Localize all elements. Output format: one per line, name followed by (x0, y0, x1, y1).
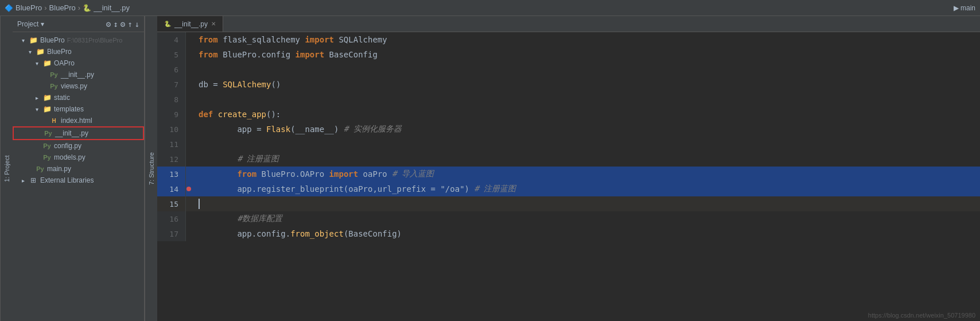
tree-item-static[interactable]: ▸ 📁 static (13, 92, 144, 103)
kw-def-9: def (199, 110, 213, 119)
line-num-13: 13 (157, 167, 186, 181)
func-create-app: create_app (213, 110, 266, 119)
tree-item-init-oapro[interactable]: Py __init__.py (13, 69, 144, 80)
code-content-12: # 注册蓝图 (192, 152, 980, 167)
tree-item-config[interactable]: Py config.py (13, 140, 144, 152)
breakpoint-10 (186, 122, 192, 137)
tree-item-index-html[interactable]: H index.html (13, 115, 144, 126)
code-editor[interactable]: 4 from flask_sqlalchemy import SQLAlchem… (157, 32, 980, 321)
tree-item-models[interactable]: Py models.py (13, 152, 144, 163)
tree-item-ext-libs[interactable]: ▸ ⊞ External Libraries (13, 175, 144, 186)
code-line-7: 7 db = SQLAlchemy() (157, 77, 980, 92)
project-panel-title: Project ▾ (17, 20, 44, 28)
breakpoint-dot-14 (186, 187, 191, 191)
code-line-6: 6 (157, 62, 980, 77)
line-num-17: 17 (157, 226, 186, 241)
label-index-html: index.html (61, 117, 92, 125)
tree-item-init-main[interactable]: Py __init__.py (13, 126, 144, 140)
title-app-name: BluePro (15, 3, 42, 12)
libs-icon: ⊞ (29, 176, 38, 185)
breakpoint-8 (186, 92, 192, 107)
arrow-oapro: ▾ (36, 60, 42, 67)
cls-5: BaseConfig (324, 50, 378, 59)
title-breadcrumb-area: 🔷 BluePro › BluePro › 🐍 __init__.py (5, 3, 954, 12)
tree-item-bluepro-folder[interactable]: ▾ 📁 BluePro (13, 46, 144, 57)
breadcrumb-file: __init__.py (94, 3, 130, 12)
line-num-9: 9 (157, 107, 186, 122)
code-content-9: def create_app(): (192, 107, 980, 122)
code-content-11 (192, 137, 980, 152)
code-line-12: 12 # 注册蓝图 (157, 152, 980, 167)
breakpoint-5 (186, 47, 192, 62)
sync-icon[interactable]: ⚙ (106, 20, 111, 29)
py-icon-init-main: Py (44, 129, 53, 138)
label-ext-libs: External Libraries (40, 176, 94, 184)
editor-tabs: 🐍 __init__.py ✕ (157, 16, 980, 32)
code-content-6 (192, 62, 980, 77)
breakpoint-9 (186, 107, 192, 122)
settings-icon[interactable]: ⚙ (120, 20, 125, 29)
label-views: views.py (61, 82, 87, 90)
code-content-14: app.register_blueprint(oaPro,url_prefix … (192, 181, 980, 196)
cmt-16: #数据库配置 (199, 214, 282, 224)
line-num-15: 15 (157, 196, 186, 211)
code-line-16: 16 #数据库配置 (157, 211, 980, 226)
py-icon-init-oapro: Py (49, 70, 59, 79)
label-main: main.py (47, 165, 71, 173)
code-line-14: 14 app.register_blueprint(oaPro,url_pref… (157, 181, 980, 196)
var-app-10: app = (199, 125, 266, 134)
func-sqlalchemy: SQLAlchemy (223, 80, 271, 89)
editor-tab-init[interactable]: 🐍 __init__.py ✕ (157, 16, 223, 32)
project-panel-label[interactable]: 1: Project (0, 16, 13, 321)
tree-item-bluepro-root[interactable]: ▾ 📁 BluePro F:\0831Pro\BluePro (13, 34, 144, 46)
tree-item-oapro[interactable]: ▾ 📁 OAPro (13, 57, 144, 69)
line-num-4: 4 (157, 32, 186, 47)
paren-9: (): (266, 110, 281, 119)
mod-5: BluePro.config (218, 50, 295, 59)
mod-4: flask_sqlalchemy (218, 35, 305, 44)
project-panel-header: Project ▾ ⚙ ↕ ⚙ ↑ ↓ (13, 16, 144, 32)
scroll-down-icon[interactable]: ↓ (135, 20, 139, 29)
breakpoint-11 (186, 137, 192, 152)
tree-item-views[interactable]: Py views.py (13, 80, 144, 92)
folder-icon-static: 📁 (42, 93, 52, 102)
tree-item-templates[interactable]: ▾ 📁 templates (13, 103, 144, 115)
cmt-10: # 实例化服务器 (344, 124, 402, 134)
breakpoint-16 (186, 211, 192, 226)
cursor-15 (199, 199, 200, 209)
code-line-13: 13 from BluePro.OAPro import oaPro # 导入蓝… (157, 167, 980, 181)
folder-icon-templates: 📁 (42, 105, 52, 114)
structure-panel-label[interactable]: 7: Structure (145, 16, 157, 321)
code-line-4: 4 from flask_sqlalchemy import SQLAlchem… (157, 32, 980, 47)
tree-item-main[interactable]: Py main.py (13, 163, 144, 175)
branch-label: ▶ (954, 4, 960, 12)
label-oapro: OAPro (54, 59, 75, 67)
arrow-bluepro-folder: ▾ (29, 49, 36, 55)
line-num-6: 6 (157, 62, 186, 77)
folder-icon-bluepro-root: 📁 (29, 36, 38, 45)
html-icon-index: H (49, 116, 59, 125)
cmt-12: # 注册蓝图 (199, 154, 279, 164)
var-17: app.config. (199, 229, 290, 238)
code-content-16: #数据库配置 (192, 211, 980, 226)
branch-name: main (960, 4, 975, 12)
code-line-15: 15 (157, 196, 980, 211)
main-area: 1: Project Project ▾ ⚙ ↕ ⚙ ↑ ↓ ▾ 📁 BlueP… (0, 16, 980, 321)
collapse-icon[interactable]: ↕ (113, 20, 118, 29)
code-line-11: 11 (157, 137, 980, 152)
panel-tools: ⚙ ↕ ⚙ ↑ ↓ (106, 20, 139, 29)
tab-close-icon[interactable]: ✕ (211, 21, 216, 27)
arrow-ext-libs: ▸ (22, 177, 29, 184)
breadcrumb-sep2: › (78, 3, 80, 12)
code-content-13: from BluePro.OAPro import oaPro # 导入蓝图 (192, 167, 980, 181)
code-content-7: db = SQLAlchemy() (192, 77, 980, 92)
breakpoint-17 (186, 226, 192, 241)
label-static: static (54, 94, 70, 102)
project-dropdown-icon[interactable]: ▾ (41, 20, 44, 28)
py-icon-models: Py (42, 153, 52, 162)
scroll-up-icon[interactable]: ↑ (127, 20, 132, 29)
cls-4: SQLAlchemy (334, 35, 387, 44)
py-icon-main: Py (36, 164, 45, 173)
label-init-main: __init__.py (55, 129, 88, 137)
line-num-8: 8 (157, 92, 186, 107)
